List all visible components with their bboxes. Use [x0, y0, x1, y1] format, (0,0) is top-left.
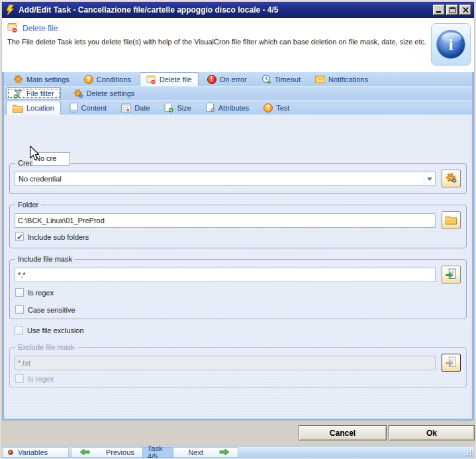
folder-group: Folder Include sub folders	[9, 205, 467, 248]
task-navigation: Previous Task 4/5 Next	[71, 447, 238, 458]
tab-size[interactable]: Size	[158, 101, 197, 115]
include-file-mask-label: Include file mask	[15, 255, 75, 263]
dialog-body: Main settings ? Conditions Delete file !…	[2, 72, 474, 421]
exclude-file-mask-label: Exclude file mask	[15, 343, 77, 351]
tab-delete-settings[interactable]: Delete settings	[68, 87, 141, 100]
checkbox-box	[15, 374, 24, 383]
include-sub-folders-checkbox[interactable]: Include sub folders	[15, 232, 89, 241]
variables-button[interactable]: Variables	[3, 447, 69, 458]
calendar-icon	[121, 103, 131, 113]
arrow-right-icon[interactable]	[211, 448, 238, 457]
gear-icon	[13, 74, 23, 84]
credentials-group: Credentials No credential	[9, 163, 467, 194]
task-header: Delete file The File delete Task lets yo…	[2, 18, 474, 72]
tab-test[interactable]: ? Test	[258, 101, 295, 115]
chevron-down-icon[interactable]	[424, 172, 435, 185]
filter-tab-strip: Location Content Date Size	[4, 100, 472, 115]
clock-icon	[262, 74, 271, 84]
exclude-file-mask-group: Exclude file mask Is regex	[9, 347, 467, 387]
dialog-button-panel: Cancel Ok	[2, 421, 474, 446]
lightning-icon	[5, 5, 15, 15]
tab-conditions[interactable]: ? Conditions	[78, 72, 137, 86]
info-icon: i	[431, 23, 471, 66]
mouse-cursor-icon	[30, 146, 39, 162]
tab-attributes[interactable]: Attributes	[200, 101, 255, 115]
error-icon: !	[207, 75, 216, 84]
envelope-icon	[315, 76, 325, 83]
question-icon: ?	[84, 75, 93, 84]
tab-file-filter[interactable]: File filter	[7, 87, 61, 99]
checkbox-box	[15, 326, 23, 334]
folder-icon	[446, 215, 457, 226]
page-icon	[70, 103, 78, 113]
delete-file-icon	[146, 75, 156, 85]
filter-icon	[13, 89, 23, 99]
include-file-mask-input[interactable]	[15, 268, 436, 282]
page-gear-icon	[206, 103, 215, 113]
gear-icon	[446, 172, 457, 185]
tab-notifications[interactable]: Notifications	[309, 72, 374, 86]
insert-variable-icon	[446, 356, 457, 369]
checkbox-box	[15, 305, 24, 314]
page-title: Delete file	[23, 24, 58, 33]
close-button[interactable]	[459, 5, 471, 15]
resize-grip[interactable]	[465, 449, 473, 457]
credential-select[interactable]: No credential	[15, 172, 436, 186]
manage-credentials-button[interactable]	[442, 170, 461, 187]
include-file-mask-group: Include file mask Is regex Case sensitiv…	[9, 259, 467, 319]
tab-date[interactable]: Date	[115, 101, 156, 115]
is-regex-checkbox[interactable]: Is regex	[15, 288, 54, 297]
task-step-indicator: Task 4/5	[142, 447, 174, 458]
next-button[interactable]: Next	[173, 448, 211, 456]
tab-on-error[interactable]: ! On error	[201, 72, 253, 86]
maximize-button[interactable]	[446, 5, 458, 15]
exclude-file-mask-input[interactable]	[15, 356, 436, 370]
gear-icon	[73, 89, 83, 99]
tab-location[interactable]: Location	[6, 101, 61, 115]
arrow-left-icon[interactable]	[71, 448, 98, 457]
question-icon: ?	[263, 103, 273, 113]
tab-timeout[interactable]: Timeout	[256, 72, 307, 86]
minimize-button[interactable]	[433, 5, 445, 15]
file-filter-location-panel: Credentials No credential Folder	[6, 115, 470, 419]
status-bar: Variables Previous Task 4/5 Next	[2, 446, 474, 458]
folder-icon	[13, 104, 23, 113]
case-sensitive-checkbox[interactable]: Case sensitive	[15, 305, 75, 314]
task-description: The File delete Task lets you delete fil…	[7, 36, 434, 48]
tab-delete-file[interactable]: Delete file	[140, 72, 199, 86]
variables-dot-icon	[8, 450, 13, 455]
previous-button[interactable]: Previous	[98, 448, 142, 456]
settings-tab-strip: File filter Delete settings	[4, 86, 472, 100]
browse-folder-button[interactable]	[442, 211, 461, 229]
delete-file-icon	[7, 23, 18, 34]
main-tab-strip: Main settings ? Conditions Delete file !…	[4, 72, 472, 86]
insert-variable-icon	[446, 268, 457, 281]
checkbox-box	[15, 232, 24, 241]
title-bar: Add/Edit Task - Cancellazione file/carte…	[2, 2, 474, 18]
tab-content[interactable]: Content	[64, 101, 113, 115]
folder-group-label: Folder	[15, 201, 41, 209]
use-file-exclusion-checkbox[interactable]: Use file exclusion	[15, 326, 84, 334]
add-edit-task-dialog: Add/Edit Task - Cancellazione file/carte…	[0, 0, 476, 459]
checkbox-box	[15, 288, 24, 297]
folder-path-input[interactable]	[15, 213, 436, 228]
insert-variable-button[interactable]	[442, 266, 461, 283]
insert-variable-button-disabled[interactable]	[442, 354, 461, 372]
window-title: Add/Edit Task - Cancellazione file/carte…	[19, 5, 279, 15]
tab-main-settings[interactable]: Main settings	[7, 72, 75, 86]
cancel-button[interactable]: Cancel	[299, 425, 387, 440]
exclude-is-regex-checkbox[interactable]: Is regex	[15, 374, 54, 383]
ok-button[interactable]: Ok	[389, 425, 475, 440]
page-plus-icon	[164, 103, 173, 113]
